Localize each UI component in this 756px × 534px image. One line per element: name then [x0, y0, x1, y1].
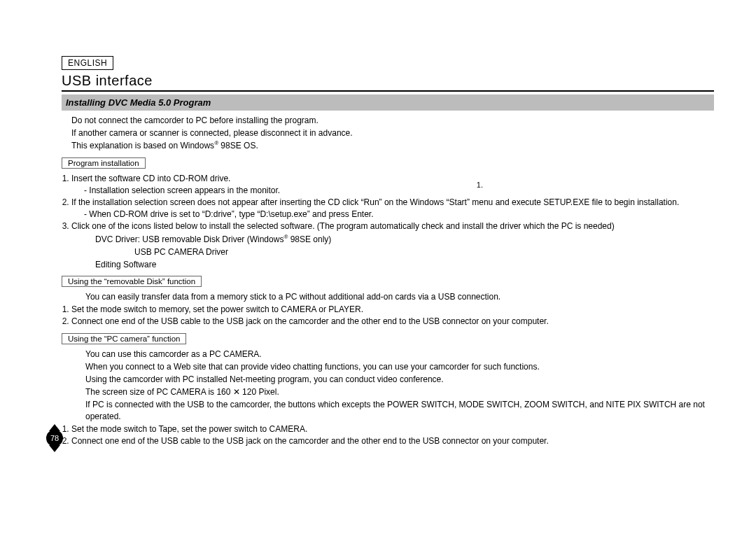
text: If the installation selection screen doe…	[71, 197, 679, 207]
text: Insert the software CD into CD-ROM drive…	[71, 174, 230, 183]
dash-list: Installation selection screen appears in…	[71, 185, 714, 196]
text: DVC Driver: USB removable Disk Driver (W…	[95, 234, 284, 244]
pccam-steps: Set the mode switch to Tape, set the pow…	[62, 423, 714, 447]
text: Editing Software	[95, 259, 714, 270]
list-item: If the installation selection screen doe…	[71, 197, 714, 220]
list-item: Connect one end of the USB cable to the …	[71, 316, 714, 327]
dash-list: When CD-ROM drive is set to “D:drive”, t…	[71, 209, 714, 220]
text: When you connect to a Web site that can …	[85, 361, 714, 372]
subsection-box: Using the “PC camera” function	[62, 333, 186, 344]
text: You can use this camcorder as a PC CAMER…	[85, 349, 714, 360]
text: This explanation is based on Windows	[71, 141, 214, 150]
text: Click one of the icons listed below to i…	[71, 221, 615, 231]
removable-intro: You can easily transfer data from a memo…	[62, 291, 714, 302]
intro-line: Do not connect the camcorder to PC befor…	[71, 115, 714, 126]
intro-line: If another camera or scanner is connecte…	[71, 127, 714, 139]
text: The screen size of PC CAMERA is 160 ✕ 12…	[85, 386, 714, 398]
list-item: Insert the software CD into CD-ROM drive…	[71, 173, 714, 196]
manual-page: ENGLISH USB interface Installing DVC Med…	[0, 0, 756, 534]
language-label: ENGLISH	[62, 56, 113, 70]
title-divider	[62, 90, 714, 92]
intro-text: Do not connect the camcorder to PC befor…	[62, 115, 714, 152]
driver-list: DVC Driver: USB removable Disk Driver (W…	[71, 234, 714, 271]
subsection-box: Program installation	[62, 157, 146, 169]
dash-item: Installation selection screen appears in…	[84, 185, 714, 196]
list-item: Click one of the icons listed below to i…	[71, 220, 714, 270]
text: If PC is connected with the USB to the c…	[85, 399, 714, 421]
text: 98SE only)	[288, 234, 331, 244]
intro-line: This explanation is based on Windows® 98…	[71, 140, 714, 151]
page-title: USB interface	[62, 73, 714, 89]
subsection-box: Using the “removable Disk” function	[62, 276, 202, 287]
section-heading: Installing DVC Media 5.0 Program	[62, 94, 714, 111]
pccam-intro: You can use this camcorder as a PC CAMER…	[62, 349, 714, 422]
list-item: Set the mode switch to Tape, set the pow…	[71, 423, 714, 435]
list-item: Connect one end of the USB cable to the …	[71, 435, 714, 447]
text: Using the camcorder with PC installed Ne…	[85, 374, 714, 385]
text: 98SE OS.	[218, 141, 258, 150]
page-number-badge: 78	[46, 430, 63, 447]
removable-steps: Set the mode switch to memory, set the p…	[62, 304, 714, 327]
text: USB PC CAMERA Driver	[95, 246, 714, 258]
figure-label: 1.	[477, 181, 483, 189]
list-item: Set the mode switch to memory, set the p…	[71, 304, 714, 315]
install-steps: Insert the software CD into CD-ROM drive…	[62, 173, 714, 271]
dash-item: When CD-ROM drive is set to “D:drive”, t…	[84, 209, 714, 220]
text: You can easily transfer data from a memo…	[85, 291, 714, 302]
